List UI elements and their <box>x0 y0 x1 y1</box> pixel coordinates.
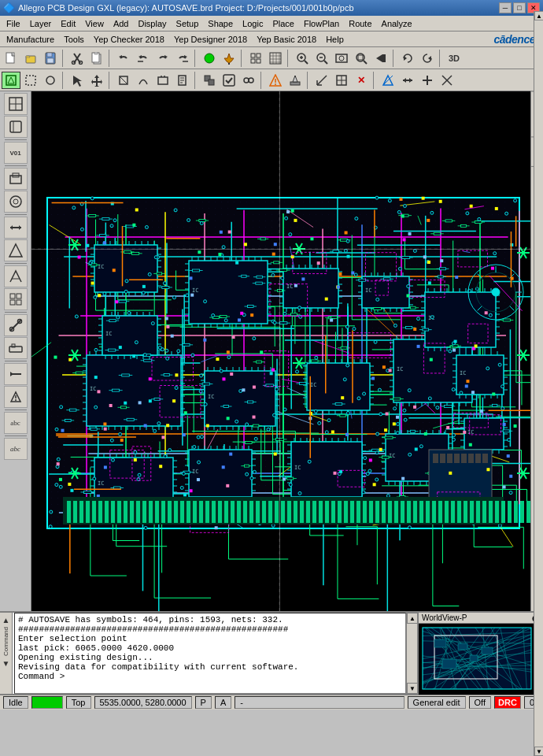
sidebar-btn-abc1[interactable]: abc <box>4 412 28 434</box>
tb2-b9[interactable] <box>286 72 305 89</box>
tb2-select2[interactable] <box>21 72 40 89</box>
tb-grid2[interactable] <box>266 50 285 67</box>
menu-analyze[interactable]: Analyze <box>377 17 417 30</box>
tb2-b2[interactable] <box>134 72 153 89</box>
cmd-arrow-up[interactable]: ▲ <box>2 616 10 624</box>
menu-help[interactable]: Help <box>321 33 349 46</box>
menu-tools[interactable]: Tools <box>59 33 89 46</box>
menu-edit[interactable]: Edit <box>56 17 80 30</box>
sidebar-btn-9[interactable] <box>4 288 28 310</box>
sidebar-btn-11[interactable] <box>4 337 28 359</box>
menu-flowplan[interactable]: FlowPlan <box>299 17 344 30</box>
tb-redraw[interactable] <box>418 50 437 67</box>
tb-undo2[interactable] <box>134 50 153 67</box>
scroll-down-btn[interactable]: ▼ <box>407 683 418 694</box>
tb2-b16[interactable] <box>438 72 456 89</box>
wv-scroll-down[interactable]: ▼ <box>534 747 543 756</box>
tb-undo[interactable] <box>114 50 133 67</box>
tb-highlight[interactable] <box>200 50 219 67</box>
sidebar-btn-13[interactable] <box>4 386 28 408</box>
tb-grid[interactable] <box>246 50 265 67</box>
status-drc[interactable]: DRC <box>494 696 521 709</box>
tb2-b14[interactable] <box>398 72 417 89</box>
tb-zoom-prev[interactable] <box>371 50 390 67</box>
sidebar-btn-4[interactable] <box>4 168 28 190</box>
pcb-canvas[interactable] <box>31 91 530 611</box>
tb2-b10[interactable] <box>312 72 331 89</box>
sidebar-btn-6[interactable] <box>4 217 28 239</box>
tb-zoom-fit[interactable] <box>332 50 351 67</box>
sidebar-btn-3[interactable]: V01 <box>4 142 28 164</box>
tb-open[interactable] <box>21 50 40 67</box>
status-a-btn[interactable]: A <box>215 696 231 709</box>
svg-rect-55 <box>158 77 168 84</box>
tb2-select3[interactable] <box>41 72 60 89</box>
tb-3d[interactable]: 3D <box>445 50 464 67</box>
menu-add[interactable]: Add <box>109 17 134 30</box>
menu-file[interactable]: File <box>2 17 25 30</box>
sidebar-btn-10[interactable] <box>4 314 28 336</box>
tb2-b5[interactable] <box>200 72 219 89</box>
tb2-b13[interactable] <box>379 72 397 89</box>
sidebar-btn-abc2[interactable]: abc <box>4 438 28 460</box>
tb-redo[interactable] <box>153 50 172 67</box>
menu-yep-designer[interactable]: Yep Designer 2018 <box>169 33 252 46</box>
restore-button[interactable]: □ <box>513 2 526 13</box>
worldview-canvas[interactable] <box>419 624 543 695</box>
tb2-arrow[interactable] <box>68 72 87 89</box>
menu-manufacture[interactable]: Manufacture <box>2 33 59 46</box>
menu-route[interactable]: Route <box>344 17 376 30</box>
menu-yep-basic[interactable]: Yep Basic 2018 <box>252 33 321 46</box>
tb2-b7[interactable] <box>239 72 258 89</box>
tb-redo2[interactable] <box>173 50 192 67</box>
toolbar-1: 3D <box>0 47 543 69</box>
tb2-b11[interactable] <box>332 72 351 89</box>
tb-zoom-window[interactable] <box>352 50 371 67</box>
wv-scroll-track[interactable] <box>534 20 543 747</box>
svg-rect-3 <box>47 53 52 57</box>
tb2-b15[interactable] <box>418 72 437 89</box>
minimize-button[interactable]: ─ <box>499 2 512 13</box>
tb2-b1[interactable] <box>114 72 133 89</box>
tb2-move[interactable] <box>87 72 106 89</box>
menu-shape[interactable]: Shape <box>203 17 238 30</box>
sidebar-btn-7[interactable] <box>4 239 28 261</box>
scroll-up-btn[interactable]: ▲ <box>407 613 418 624</box>
scroll-track[interactable] <box>407 624 417 683</box>
sidebar-btn-12[interactable] <box>4 363 28 385</box>
cmd-arrow-down[interactable]: ▼ <box>2 659 10 667</box>
tb-zoom-out[interactable] <box>312 50 331 67</box>
tb2-b3[interactable] <box>153 72 172 89</box>
tb2-b12[interactable]: ✕ <box>352 72 371 89</box>
menu-setup[interactable]: Setup <box>172 17 204 30</box>
sidebar-btn-2[interactable] <box>4 116 28 138</box>
worldview-scrollbar[interactable]: ▲ ▼ <box>534 11 543 756</box>
svg-point-97 <box>13 199 18 204</box>
tb-refresh[interactable] <box>398 50 417 67</box>
tb-zoom-in[interactable] <box>293 50 312 67</box>
svg-point-50 <box>46 76 54 84</box>
tb2-b4[interactable] <box>173 72 192 89</box>
command-output[interactable]: # AUTOSAVE has symbols: 464, pins: 1593,… <box>14 613 406 694</box>
sidebar-btn-1[interactable] <box>4 93 28 115</box>
menu-display[interactable]: Display <box>133 17 171 30</box>
wv-scroll-up[interactable]: ▲ <box>534 11 543 20</box>
command-scrollbar[interactable]: ▲ ▼ <box>406 613 417 694</box>
tb2-b6[interactable] <box>220 72 238 89</box>
tb2-select1[interactable] <box>2 72 20 89</box>
menu-layer[interactable]: Layer <box>25 17 57 30</box>
menu-yep-checker[interactable]: Yep Checker 2018 <box>89 33 169 46</box>
menu-view[interactable]: View <box>80 17 109 30</box>
menu-logic[interactable]: Logic <box>238 17 268 30</box>
tb2-b8[interactable] <box>266 72 285 89</box>
tb-paste[interactable] <box>87 50 106 67</box>
toolbar-2: ✕ <box>0 69 543 91</box>
sidebar-btn-5[interactable] <box>4 191 28 213</box>
tb-pin[interactable] <box>220 50 238 67</box>
tb-save[interactable] <box>41 50 60 67</box>
sidebar-btn-8[interactable] <box>4 265 28 287</box>
tb-new[interactable] <box>2 50 20 67</box>
tb-cut[interactable] <box>68 50 87 67</box>
status-p-btn[interactable]: P <box>195 696 212 709</box>
menu-place[interactable]: Place <box>268 17 299 30</box>
